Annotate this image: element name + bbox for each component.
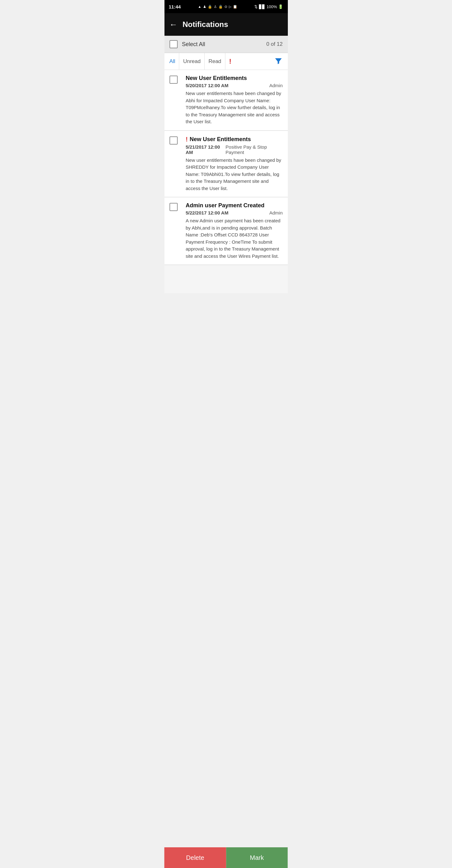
- notif-date-2: 5/21/2017 12:00 AM: [186, 144, 226, 155]
- notif-date-3: 5/22/2017 12:00 AM: [186, 210, 228, 215]
- notif-title-row-3: Admin user Payment Created: [186, 202, 283, 209]
- notif-checkbox-wrap-1: [169, 75, 182, 84]
- status-battery-icon: 🔋: [278, 4, 283, 9]
- notif-meta-2: 5/21/2017 12:00 AM Positive Pay & Stop P…: [186, 144, 283, 155]
- notif-exclaim-icon-2: !: [186, 136, 188, 143]
- notif-title-2: New User Entitlements: [190, 136, 251, 143]
- select-all-checkbox[interactable]: [169, 40, 178, 48]
- notif-checkbox-2[interactable]: [169, 136, 178, 145]
- notif-content-1: New User Entitlements 5/20/2017 12:00 AM…: [186, 75, 283, 125]
- notif-source-3: Admin: [269, 210, 283, 215]
- bottom-bar: Delete Mark: [165, 847, 288, 868]
- notification-list: New User Entitlements 5/20/2017 12:00 AM…: [165, 70, 288, 293]
- filter-tabs: All Unread Read !: [165, 53, 288, 70]
- page-title: Notifications: [183, 20, 228, 29]
- notif-checkbox-3[interactable]: [169, 203, 178, 211]
- notif-content-2: ! New User Entitlements 5/21/2017 12:00 …: [186, 136, 283, 192]
- notif-checkbox-wrap-2: [169, 136, 182, 145]
- tab-read[interactable]: Read: [205, 53, 225, 70]
- notif-content-3: Admin user Payment Created 5/22/2017 12:…: [186, 202, 283, 260]
- status-right: ⇅ ▊▊ 100% 🔋: [254, 4, 283, 9]
- notif-date-1: 5/20/2017 12:00 AM: [186, 83, 228, 88]
- status-signal-icon: ▊▊: [259, 4, 265, 9]
- status-time: 11:44: [169, 4, 181, 9]
- select-all-label: Select All: [182, 41, 266, 48]
- notif-body-3: A new Admin user payment has been create…: [186, 217, 283, 260]
- notif-title-row-1: New User Entitlements: [186, 75, 283, 82]
- status-icons: ▲ ♟ 🔒 ♙ 🔒 ⊙ ▷ 📋: [198, 5, 237, 9]
- notif-title-row-2: ! New User Entitlements: [186, 136, 283, 143]
- notif-meta-1: 5/20/2017 12:00 AM Admin: [186, 83, 283, 88]
- notif-source-2: Positive Pay & Stop Payment: [226, 144, 283, 155]
- notif-source-1: Admin: [269, 83, 283, 88]
- status-network-icon: ⇅: [254, 4, 258, 9]
- header: ← Notifications: [165, 13, 288, 36]
- notif-body-2: New user entitlements have been changed …: [186, 157, 283, 192]
- notif-checkbox-wrap-3: [169, 202, 182, 211]
- notification-item[interactable]: New User Entitlements 5/20/2017 12:00 AM…: [165, 70, 288, 131]
- notif-body-1: New user entitlements have been changed …: [186, 90, 283, 125]
- status-battery: 100%: [266, 4, 277, 9]
- notif-title-1: New User Entitlements: [186, 75, 247, 82]
- status-bar: 11:44 ▲ ♟ 🔒 ♙ 🔒 ⊙ ▷ 📋 ⇅ ▊▊ 100% 🔋: [165, 0, 288, 13]
- notification-item[interactable]: ! New User Entitlements 5/21/2017 12:00 …: [165, 131, 288, 197]
- mark-button[interactable]: Mark: [226, 847, 288, 868]
- tab-exclaim[interactable]: !: [225, 57, 235, 66]
- back-button[interactable]: ←: [169, 20, 178, 29]
- tab-unread[interactable]: Unread: [179, 53, 205, 70]
- tab-all[interactable]: All: [169, 53, 179, 70]
- filter-icon[interactable]: [274, 57, 283, 66]
- delete-button[interactable]: Delete: [165, 847, 226, 868]
- select-count: 0 of 12: [266, 41, 283, 48]
- notif-title-3: Admin user Payment Created: [186, 202, 264, 209]
- select-all-bar: Select All 0 of 12: [165, 36, 288, 53]
- notif-meta-3: 5/22/2017 12:00 AM Admin: [186, 210, 283, 215]
- notif-checkbox-1[interactable]: [169, 75, 178, 84]
- notification-item[interactable]: Admin user Payment Created 5/22/2017 12:…: [165, 197, 288, 265]
